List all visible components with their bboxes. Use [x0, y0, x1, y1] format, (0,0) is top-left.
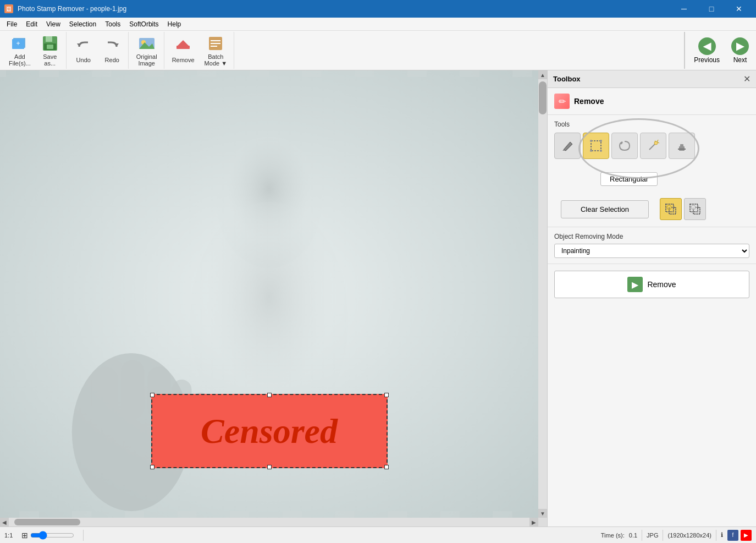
original-image-label: OriginalImage [136, 53, 157, 67]
scroll-left-button[interactable]: ◀ [0, 518, 9, 526]
minimize-button[interactable]: ─ [671, 0, 697, 18]
next-icon: ▶ [731, 37, 749, 55]
add-files-button[interactable]: + AddFile(s)... [4, 32, 35, 69]
previous-button[interactable]: ◀ Previous [689, 35, 724, 66]
canvas-image: Censored [0, 70, 538, 518]
rectangular-label-container: Rectangular [578, 167, 749, 186]
svg-rect-6 [47, 45, 53, 49]
remove-label: Remove [172, 57, 195, 63]
save-as-button[interactable]: Saveas... [36, 32, 64, 69]
info-icon[interactable]: ℹ [721, 531, 723, 539]
toolbox-close-button[interactable]: ✕ [743, 74, 751, 84]
redo-button[interactable]: Redo [98, 36, 126, 65]
rectangular-select-tool-button[interactable] [583, 133, 609, 159]
main-area: Censored ▲ ▼ ◀ ▶ Toolbox ✕ ✏ [0, 70, 756, 526]
zoom-controls: ⊞ [21, 531, 74, 540]
subtract-selection-button[interactable]: − [684, 198, 706, 220]
selection-handle-tl[interactable] [150, 393, 154, 397]
remove-section-header: ✏ Remove [548, 88, 756, 115]
tools-label: Tools [554, 120, 749, 128]
svg-point-32 [590, 150, 592, 152]
menu-bar: File Edit View Selection Tools SoftOrbit… [0, 18, 756, 31]
original-image-button[interactable]: OriginalImage [132, 32, 162, 69]
maximize-button[interactable]: □ [699, 0, 724, 18]
menu-file[interactable]: File [2, 19, 21, 29]
svg-point-30 [590, 140, 592, 142]
scroll-down-button[interactable]: ▼ [538, 509, 547, 518]
lasso-tool-button[interactable] [611, 133, 638, 159]
zoom-slider[interactable] [30, 531, 74, 540]
vertical-scrollbar[interactable]: ▲ ▼ [538, 70, 547, 518]
remove-button[interactable]: Remove [168, 36, 199, 65]
remove-action-button[interactable]: ▶ Remove [554, 271, 749, 298]
svg-rect-12 [176, 46, 190, 49]
svg-rect-29 [591, 141, 601, 151]
add-selection-button[interactable]: + [660, 198, 682, 220]
undo-icon [75, 38, 92, 56]
tools-row [554, 133, 749, 159]
status-divider-2 [642, 530, 642, 541]
svg-rect-16 [211, 43, 220, 44]
menu-help[interactable]: Help [163, 19, 186, 29]
batch-mode-icon [207, 35, 224, 52]
add-files-label: AddFile(s)... [9, 53, 31, 67]
tools-section: Tools [548, 115, 756, 191]
remove-icon [174, 38, 192, 56]
selection-handle-tm[interactable] [267, 393, 272, 397]
mode-select[interactable]: Inpainting [554, 244, 749, 258]
toolbox-title: Toolbox [553, 75, 581, 83]
next-button[interactable]: ▶ Next [726, 35, 754, 66]
svg-rect-24 [121, 360, 144, 419]
menu-softorbits[interactable]: SoftOrbits [125, 19, 163, 29]
next-label: Next [733, 56, 747, 64]
facebook-icon[interactable]: f [727, 530, 738, 541]
mode-label: Object Removing Mode [554, 233, 749, 240]
selection-handle-tr[interactable] [384, 393, 389, 397]
stamp-tool-button[interactable] [669, 133, 695, 159]
undo-button[interactable]: Undo [70, 36, 97, 65]
undo-label: Undo [76, 57, 91, 63]
menu-tools[interactable]: Tools [101, 19, 125, 29]
time-label: Time (s): [601, 532, 625, 539]
svg-marker-7 [77, 43, 81, 47]
original-image-icon [138, 35, 156, 52]
menu-view[interactable]: View [42, 19, 65, 29]
scroll-track-v[interactable] [538, 79, 547, 509]
image-format: JPG [647, 532, 658, 539]
status-divider-4 [716, 530, 716, 541]
status-divider-1 [83, 530, 84, 541]
svg-point-33 [600, 150, 602, 152]
remove-section-label: Remove [574, 97, 604, 106]
zoom-level: 1:1 [4, 532, 13, 539]
horizontal-scrollbar[interactable]: ◀ ▶ [0, 518, 538, 526]
remove-arrow-icon: ▶ [627, 277, 643, 292]
menu-edit[interactable]: Edit [21, 19, 42, 29]
remove-action-label: Remove [647, 280, 676, 289]
social-icons: f ▶ [727, 530, 752, 541]
svg-rect-39 [678, 149, 686, 150]
close-button[interactable]: ✕ [726, 0, 752, 18]
scroll-up-button[interactable]: ▲ [538, 70, 547, 79]
pencil-tool-button[interactable] [554, 133, 581, 159]
redo-label: Redo [105, 57, 119, 63]
toolbox-header: Toolbox ✕ [548, 70, 756, 88]
svg-rect-4 [46, 36, 52, 42]
scroll-right-button[interactable]: ▶ [529, 518, 538, 526]
zoom-fit-icon[interactable]: ⊞ [21, 531, 28, 540]
svg-rect-23 [92, 366, 118, 419]
batch-mode-button[interactable]: BatchMode ▼ [200, 32, 231, 69]
save-as-label: Saveas... [43, 53, 57, 67]
svg-rect-17 [211, 46, 217, 47]
youtube-icon[interactable]: ▶ [741, 530, 752, 541]
canvas-area[interactable]: Censored ▲ ▼ ◀ ▶ [0, 70, 547, 526]
selection-handle-br[interactable] [384, 465, 389, 469]
magic-wand-tool-button[interactable] [640, 133, 666, 159]
selection-handle-bl[interactable] [150, 465, 154, 469]
selection-handle-bm[interactable] [267, 465, 272, 469]
zoom-indicator: 1:1 [4, 532, 13, 539]
status-bar: 1:1 ⊞ Time (s): 0.1 JPG (1920x1280x24) ℹ… [0, 526, 756, 543]
previous-icon: ◀ [698, 37, 716, 55]
menu-selection[interactable]: Selection [65, 19, 101, 29]
clear-selection-row: Clear Selection + − [548, 191, 756, 227]
clear-selection-button[interactable]: Clear Selection [561, 200, 649, 218]
